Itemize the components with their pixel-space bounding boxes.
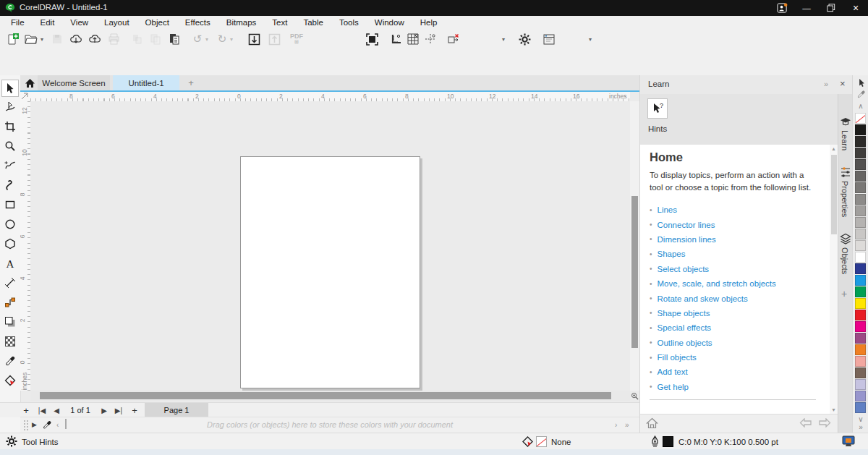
topic-link-special-effects[interactable]: Special effects [658, 323, 712, 332]
docker-tab-objects[interactable]: Objects [841, 247, 849, 274]
import-button[interactable] [246, 31, 262, 47]
account-icon[interactable] [770, 0, 794, 16]
swatch-f2a7a0[interactable] [855, 356, 866, 367]
topic-link-select-objects[interactable]: Select objects [658, 265, 710, 273]
tool-hints-label[interactable]: Tool Hints [22, 438, 59, 446]
topic-link-connector-lines[interactable]: Connector lines [658, 221, 715, 229]
new-document-tab-button[interactable]: + [182, 75, 200, 90]
swatch-none[interactable] [855, 113, 866, 124]
add-docker-button[interactable]: + [841, 288, 847, 299]
menu-table[interactable]: Table [295, 18, 331, 27]
print-button[interactable] [106, 31, 122, 47]
swatch-ffe600[interactable] [855, 298, 866, 309]
first-page-button[interactable]: |◀ [36, 403, 48, 417]
topic-link-add-text[interactable]: Add text [658, 367, 688, 376]
home-tab-icon[interactable] [23, 77, 36, 90]
palette-scroll-up[interactable]: ∧ [853, 102, 868, 110]
menu-bitmaps[interactable]: Bitmaps [218, 18, 265, 27]
topic-link-shapes[interactable]: Shapes [658, 250, 686, 258]
topic-link-dimension-lines[interactable]: Dimension lines [658, 235, 716, 244]
menu-text[interactable]: Text [264, 18, 295, 27]
swatch-ffffff[interactable] [855, 252, 866, 263]
publish-pdf-button[interactable]: PDF⊞ [286, 31, 307, 47]
horizontal-scrollbar[interactable] [30, 391, 630, 401]
ellipse-tool[interactable] [2, 216, 18, 232]
export-button[interactable] [266, 31, 282, 47]
menu-view[interactable]: View [62, 18, 96, 27]
menu-window[interactable]: Window [367, 18, 412, 27]
copy-button[interactable] [148, 31, 163, 47]
topic-link-rotate-and-skew-objects[interactable]: Rotate and skew objects [658, 294, 748, 303]
pick-tool[interactable] [1, 80, 19, 97]
paste-button[interactable] [166, 31, 182, 47]
add-page-button[interactable]: + [20, 403, 32, 417]
close-button[interactable]: × [843, 0, 868, 16]
swatch-403e3c[interactable] [855, 148, 866, 158]
fullscreen-preview-button[interactable] [364, 31, 380, 47]
shape-tool[interactable] [2, 99, 18, 115]
palette-expand[interactable]: » [625, 421, 629, 429]
dimension-tool[interactable] [2, 275, 18, 291]
restore-button[interactable] [819, 0, 843, 16]
ruler-origin[interactable] [20, 92, 31, 102]
topic-link-shape-objects[interactable]: Shape objects [658, 309, 710, 318]
menu-tools[interactable]: Tools [331, 18, 367, 27]
freehand-tool[interactable] [2, 158, 18, 174]
learn-back-button[interactable] [799, 418, 812, 428]
fill-color-swatch[interactable] [536, 436, 547, 447]
docker-collapse-icon[interactable]: » [824, 80, 828, 88]
swatch-2d2b29[interactable] [855, 136, 866, 147]
topic-link-get-help[interactable]: Get help [658, 383, 689, 391]
cut-button[interactable] [129, 31, 145, 47]
menu-edit[interactable]: Edit [33, 18, 63, 27]
swatch-2b3a92[interactable] [855, 263, 866, 274]
zoom-tool[interactable] [2, 138, 18, 154]
swatch-535150[interactable] [855, 159, 866, 170]
text-tool[interactable]: A [2, 255, 18, 271]
swatch-ef8023[interactable] [855, 344, 866, 355]
cloud-download-button[interactable] [68, 31, 84, 47]
statusbar-gear-icon[interactable] [6, 435, 17, 447]
add-page-button-2[interactable]: + [129, 403, 140, 417]
next-page-button[interactable]: ▶ [98, 403, 110, 417]
vertical-scrollbar-thumb[interactable] [631, 196, 638, 348]
drop-shadow-tool[interactable] [2, 314, 18, 330]
tab-welcome-screen[interactable]: Welcome Screen [38, 75, 110, 90]
learn-forward-button[interactable] [818, 418, 831, 428]
rectangle-tool[interactable] [2, 197, 18, 213]
show-guidelines-button[interactable] [422, 31, 438, 47]
docker-tab-learn[interactable]: Learn [841, 130, 849, 150]
save-button[interactable] [49, 31, 65, 47]
transparency-tool[interactable] [2, 333, 18, 349]
menu-help[interactable]: Help [412, 18, 446, 27]
new-document-button[interactable] [4, 31, 20, 47]
snap-off-button[interactable] [446, 31, 461, 47]
swatch-c9c7c5[interactable] [855, 229, 866, 239]
vertical-scrollbar[interactable] [630, 101, 639, 391]
launch-dropdown-arrow[interactable]: ▾ [586, 31, 595, 47]
swatch-00a053[interactable] [855, 286, 866, 297]
palette-scroll-right[interactable]: › [615, 421, 617, 429]
tab-untitled-1[interactable]: Untitled-1 [113, 75, 179, 90]
learn-scroll-up-arrow[interactable]: ▲ [831, 146, 836, 151]
connector-tool[interactable] [2, 294, 18, 310]
launch-icon[interactable] [541, 31, 557, 47]
redo-dropdown-arrow[interactable]: ▾ [227, 31, 236, 47]
cloud-upload-button[interactable] [87, 31, 103, 47]
menu-layout[interactable]: Layout [96, 18, 137, 27]
open-button[interactable] [23, 31, 39, 47]
swatch-786458[interactable] [855, 367, 866, 378]
learn-scrollbar-thumb[interactable] [831, 155, 837, 234]
polygon-tool[interactable] [2, 236, 18, 252]
options-gear-icon[interactable] [516, 31, 532, 47]
show-grid-button[interactable] [405, 31, 421, 47]
undo-dropdown-arrow[interactable]: ▾ [203, 31, 211, 47]
crop-tool[interactable] [2, 119, 18, 135]
palette-expand-right[interactable]: » [853, 423, 868, 431]
swatch-9795cd[interactable] [855, 391, 866, 401]
menu-object[interactable]: Object [137, 18, 177, 27]
swatch-8d8b89[interactable] [855, 194, 866, 205]
docker-close-icon[interactable]: × [840, 78, 846, 89]
topic-link-move-scale-and-stretch-objects[interactable]: Move, scale, and stretch objects [658, 279, 776, 288]
swatch-7a7876[interactable] [855, 182, 866, 193]
